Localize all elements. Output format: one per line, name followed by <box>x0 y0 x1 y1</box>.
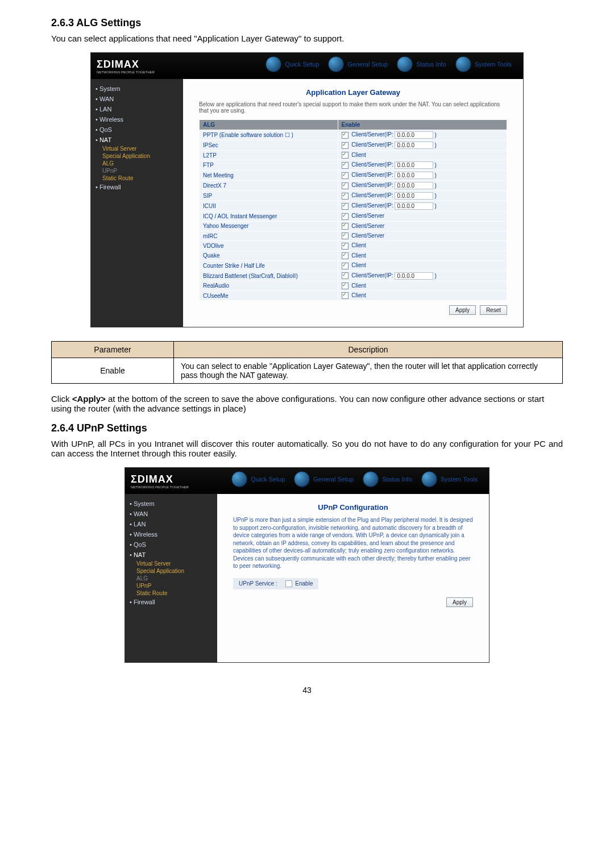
globe-icon <box>294 471 310 487</box>
alg-row-enable: Client/Server(IP: 0.0.0.0) <box>338 140 507 150</box>
alg-row-name: SIP <box>200 191 338 201</box>
tab-system-tools[interactable]: System Tools <box>475 61 512 68</box>
section-263-heading: 2.6.3 ALG Settings <box>51 17 563 29</box>
ip-input[interactable]: 0.0.0.0 <box>395 131 433 139</box>
enable-checkbox[interactable] <box>342 283 349 289</box>
ip-input[interactable]: 0.0.0.0 <box>395 202 433 210</box>
router-header: ΣDIMAX NETWORKING PEOPLE TOGETHER Quick … <box>91 53 523 79</box>
nav-special-application[interactable]: Special Application <box>94 152 180 160</box>
nav-virtual-server[interactable]: Virtual Server <box>94 145 180 152</box>
nav-upnp[interactable]: UPnP <box>94 167 180 175</box>
nav-lan[interactable]: LAN <box>128 519 214 529</box>
nav-lan[interactable]: LAN <box>94 104 180 114</box>
nav-system[interactable]: System <box>128 499 214 509</box>
alg-row-enable: Client <box>338 261 507 270</box>
alg-col-alg: ALG <box>200 120 338 130</box>
nav-firewall[interactable]: Firewall <box>94 182 180 192</box>
nav-qos[interactable]: QoS <box>94 124 180 135</box>
nav-wireless[interactable]: Wireless <box>94 114 180 124</box>
upnp-screenshot: ΣDIMAX NETWORKING PEOPLE TOGETHER Quick … <box>51 467 563 663</box>
globe-icon <box>455 56 471 72</box>
ip-input[interactable]: 0.0.0.0 <box>395 142 433 149</box>
enable-checkbox[interactable] <box>342 213 349 220</box>
nav-nat[interactable]: NAT <box>128 550 214 560</box>
enable-checkbox[interactable] <box>342 263 349 269</box>
tab-system-tools[interactable]: System Tools <box>441 476 478 483</box>
enable-checkbox[interactable] <box>342 223 349 230</box>
nav-upnp[interactable]: UPnP <box>128 582 214 589</box>
nav-wan[interactable]: WAN <box>94 94 180 104</box>
upnp-service-row: UPnP Service : Enable <box>233 578 318 589</box>
upnp-enable-label: Enable <box>295 580 313 587</box>
reset-button[interactable]: Reset <box>480 305 507 315</box>
tab-quick-setup[interactable]: Quick Setup <box>285 61 319 68</box>
param-row-label: Enable <box>52 358 174 384</box>
upnp-service-label: UPnP Service : <box>239 580 277 587</box>
alg-col-enable: Enable <box>338 120 507 130</box>
section-264-intro: With UPnP, all PCs in you Intranet will … <box>51 439 563 458</box>
sidebar: System WAN LAN Wireless QoS NAT Virtual … <box>91 79 183 327</box>
nav-system[interactable]: System <box>94 84 180 94</box>
alg-screenshot: ΣDIMAX NETWORKING PEOPLE TOGETHER Quick … <box>51 52 563 327</box>
alg-row-name: Yahoo Messenger <box>200 222 338 231</box>
brand-logo: ΣDIMAX <box>131 474 173 485</box>
enable-checkbox[interactable] <box>342 142 349 149</box>
alg-row-enable: Client/Server <box>338 211 507 221</box>
enable-checkbox[interactable] <box>342 152 349 159</box>
ip-input[interactable]: 0.0.0.0 <box>395 192 433 200</box>
enable-checkbox[interactable] <box>342 243 349 250</box>
ip-input[interactable]: 0.0.0.0 <box>395 161 433 169</box>
tab-quick-setup[interactable]: Quick Setup <box>251 476 285 483</box>
enable-checkbox[interactable] <box>342 272 349 279</box>
alg-row-enable: Client/Server(IP: 0.0.0.0) <box>338 191 507 201</box>
tab-general-setup[interactable]: General Setup <box>313 476 354 483</box>
tab-status-info[interactable]: Status Info <box>416 61 446 68</box>
nav-static-route[interactable]: Static Route <box>128 589 214 597</box>
apply-button[interactable]: Apply <box>449 305 476 315</box>
globe-icon <box>363 471 379 487</box>
alg-row-enable: Client/Server(IP: 0.0.0.0) <box>338 171 507 180</box>
nav-nat[interactable]: NAT <box>94 135 180 145</box>
enable-checkbox[interactable] <box>342 172 349 179</box>
nav-firewall[interactable]: Firewall <box>128 597 214 607</box>
enable-checkbox[interactable] <box>342 162 349 169</box>
nav-alg[interactable]: ALG <box>128 575 214 582</box>
alg-row-name: Quake <box>200 251 338 260</box>
tab-general-setup[interactable]: General Setup <box>347 61 388 68</box>
nav-alg[interactable]: ALG <box>94 160 180 167</box>
param-header-parameter: Parameter <box>52 342 174 358</box>
alg-title: Application Layer Gateway <box>199 88 507 97</box>
brand-tagline: NETWORKING PEOPLE TOGETHER <box>97 70 155 74</box>
alg-row-name: L2TP <box>200 151 338 160</box>
param-table: Parameter Description Enable You can sel… <box>51 341 563 384</box>
nav-wireless[interactable]: Wireless <box>128 529 214 539</box>
nav-virtual-server[interactable]: Virtual Server <box>128 560 214 567</box>
router-header: ΣDIMAX NETWORKING PEOPLE TOGETHER Quick … <box>125 468 489 494</box>
ip-input[interactable]: 0.0.0.0 <box>395 172 433 179</box>
nav-wan[interactable]: WAN <box>128 509 214 519</box>
alg-row-enable: Client <box>338 251 507 260</box>
enable-checkbox[interactable] <box>342 132 349 139</box>
apply-button[interactable]: Apply <box>446 597 473 607</box>
param-header-description: Description <box>174 342 563 358</box>
enable-checkbox[interactable] <box>342 232 349 239</box>
upnp-enable-checkbox[interactable] <box>285 580 292 587</box>
enable-checkbox[interactable] <box>342 193 349 200</box>
ip-input[interactable]: 0.0.0.0 <box>395 182 433 189</box>
apply-note-prefix: Click <box>51 394 72 404</box>
enable-checkbox[interactable] <box>342 203 349 210</box>
enable-checkbox[interactable] <box>342 252 349 259</box>
apply-note: Click <Apply> at the bottom of the scree… <box>51 394 563 413</box>
ip-input[interactable]: 0.0.0.0 <box>395 272 433 280</box>
enable-checkbox[interactable] <box>342 292 349 299</box>
enable-checkbox[interactable] <box>342 182 349 189</box>
alg-row-name: Net Meeting <box>200 171 338 180</box>
alg-row-enable: Client <box>338 281 507 290</box>
globe-icon <box>265 56 281 72</box>
tab-status-info[interactable]: Status Info <box>382 476 412 483</box>
nav-qos[interactable]: QoS <box>128 539 214 550</box>
nav-static-route[interactable]: Static Route <box>94 175 180 182</box>
alg-row-name: mIRC <box>200 231 338 240</box>
alg-row-enable: Client/Server <box>338 231 507 240</box>
nav-special-application[interactable]: Special Application <box>128 567 214 575</box>
